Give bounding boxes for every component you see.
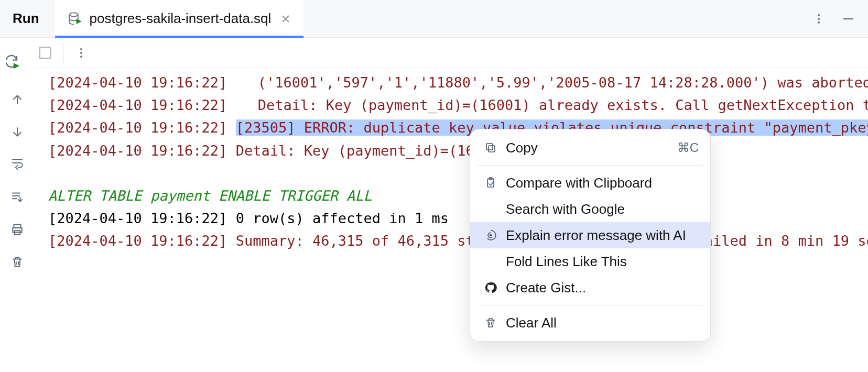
svg-point-16	[490, 235, 492, 236]
svg-marker-1	[77, 19, 80, 23]
editor-tab[interactable]: postgres-sakila-insert-data.sql	[55, 0, 304, 38]
context-menu-item-fold[interactable]: Fold Lines Like This	[470, 248, 710, 275]
context-menu-shortcut: ⌘C	[677, 140, 699, 155]
context-menu: Copy⌘CCompare with ClipboardSearch with …	[470, 129, 711, 342]
scroll-to-end-icon[interactable]	[8, 188, 27, 206]
context-menu-separator	[478, 165, 703, 166]
left-rail	[0, 38, 35, 372]
console-panel: [2024-04-10 19:16:22] ('16001','597','1'…	[35, 38, 868, 372]
ai-spiral-icon	[482, 229, 500, 242]
main-area: [2024-04-10 19:16:22] ('16001','597','1'…	[0, 38, 868, 372]
console-line: [2024-04-10 19:16:22] Detail: Key (payme…	[48, 94, 868, 116]
arrow-down-icon[interactable]	[8, 123, 27, 141]
svg-point-10	[80, 52, 82, 54]
context-menu-item-compare[interactable]: Compare with Clipboard	[470, 170, 710, 196]
header-bar: Run postgres-sakila-insert-data.sql	[0, 0, 868, 38]
copy-icon	[482, 141, 500, 154]
rerun-button[interactable]	[2, 52, 21, 71]
minimize-panel-icon[interactable]	[841, 12, 855, 26]
console-line: [2024-04-10 19:16:22] Detail: Key (payme…	[48, 139, 868, 162]
context-menu-item-explain[interactable]: Explain error message with AI	[470, 222, 710, 248]
trash-icon[interactable]	[8, 253, 27, 271]
context-menu-item-clear[interactable]: Clear All	[470, 310, 710, 336]
more-vertical-icon[interactable]	[72, 43, 91, 62]
context-menu-label: Create Gist...	[506, 280, 699, 296]
svg-point-9	[80, 48, 82, 50]
context-menu-item-gist[interactable]: Create Gist...	[470, 275, 710, 301]
close-tab-button[interactable]	[280, 14, 291, 24]
run-panel-label: Run	[9, 10, 45, 27]
print-icon[interactable]	[8, 220, 27, 239]
compare-clipboard-icon	[482, 177, 500, 189]
console-line: [2024-04-10 19:16:22] Summary: 46,315 of…	[48, 229, 868, 252]
context-menu-label: Copy	[506, 140, 677, 156]
context-menu-item-copy[interactable]: Copy⌘C	[470, 135, 710, 161]
svg-point-0	[69, 13, 78, 16]
svg-point-3	[818, 18, 820, 20]
context-menu-item-search[interactable]: Search with Google	[470, 196, 710, 222]
svg-rect-6	[14, 224, 21, 228]
context-menu-separator	[478, 305, 703, 305]
console-line: [2024-04-10 19:16:22] [23505] ERROR: dup…	[48, 116, 868, 139]
github-icon	[482, 281, 500, 294]
tab-active-underline	[55, 36, 304, 38]
stop-button[interactable]	[36, 43, 55, 62]
console-line: [2024-04-10 19:16:22] ('16001','597','1'…	[48, 71, 868, 94]
context-menu-label: Compare with Clipboard	[506, 175, 699, 191]
arrow-up-icon[interactable]	[8, 90, 27, 109]
console-line: [2024-04-10 19:16:22] 0 row(s) affected …	[48, 207, 868, 229]
svg-point-2	[818, 14, 820, 16]
console-output[interactable]: [2024-04-10 19:16:22] ('16001','597','1'…	[35, 68, 868, 253]
soft-wrap-icon[interactable]	[8, 155, 27, 174]
context-menu-label: Fold Lines Like This	[506, 254, 699, 270]
context-menu-label: Clear All	[506, 315, 699, 331]
context-menu-label: Explain error message with AI	[506, 227, 699, 244]
context-menu-label: Search with Google	[506, 201, 699, 217]
editor-tab-label: postgres-sakila-insert-data.sql	[90, 10, 272, 27]
svg-rect-13	[486, 144, 493, 150]
more-options-icon[interactable]	[812, 13, 825, 25]
svg-point-11	[80, 56, 82, 58]
console-line: ALTER TABLE payment ENABLE TRIGGER ALL	[48, 184, 868, 207]
console-line	[48, 162, 868, 184]
svg-marker-5	[14, 64, 18, 68]
svg-point-4	[818, 21, 820, 24]
svg-rect-12	[489, 146, 495, 152]
trash-icon	[482, 316, 500, 329]
database-file-icon	[68, 12, 82, 26]
